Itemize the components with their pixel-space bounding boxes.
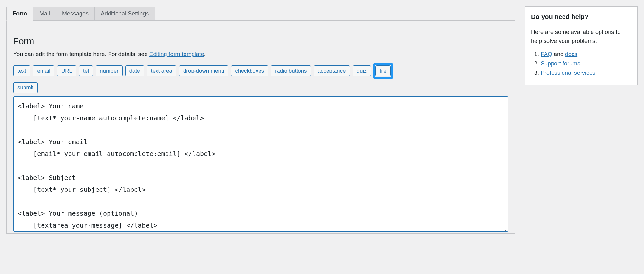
tag-number-button[interactable]: number [96, 65, 123, 76]
form-template-textarea[interactable] [13, 96, 508, 232]
tag-text-button[interactable]: text [13, 65, 30, 76]
tab-additional-settings[interactable]: Additional Settings [95, 7, 155, 21]
support-forums-link[interactable]: Support forums [541, 60, 580, 67]
help-item-faq-docs: FAQ and docs [541, 51, 631, 58]
tag-url-button[interactable]: URL [57, 65, 76, 76]
help-list: FAQ and docs Support forums Professional… [531, 51, 631, 76]
help-intro: Here are some available options to help … [531, 28, 631, 46]
help-and: and [552, 51, 565, 57]
intro-text-after: . [204, 51, 206, 57]
tag-date-button[interactable]: date [125, 65, 144, 76]
help-title: Do you need help? [531, 13, 631, 21]
help-item-forums: Support forums [541, 60, 631, 67]
tag-acceptance-button[interactable]: acceptance [314, 65, 350, 76]
docs-link[interactable]: docs [565, 51, 577, 57]
tag-file-button[interactable]: file [375, 65, 391, 76]
panel-heading: Form [13, 36, 508, 46]
intro-text-before: You can edit the form template here. For… [13, 51, 149, 57]
panel-intro: You can edit the form template here. For… [13, 51, 508, 58]
tab-form[interactable]: Form [6, 7, 33, 21]
faq-link[interactable]: FAQ [541, 51, 552, 57]
tag-submit-button[interactable]: submit [13, 82, 38, 93]
tag-buttons-row-2: submit [13, 82, 508, 93]
tag-email-button[interactable]: email [33, 65, 54, 76]
tab-messages[interactable]: Messages [56, 7, 95, 21]
editing-form-template-link[interactable]: Editing form template [149, 51, 204, 57]
tab-mail[interactable]: Mail [33, 7, 56, 21]
tag-checkboxes-button[interactable]: checkboxes [231, 65, 268, 76]
tag-radio-button[interactable]: radio buttons [271, 65, 311, 76]
tag-textarea-button[interactable]: text area [147, 65, 176, 76]
tag-buttons-row: text email URL tel number date text area… [13, 63, 508, 79]
professional-services-link[interactable]: Professional services [541, 70, 595, 76]
help-item-pro: Professional services [541, 70, 631, 76]
file-button-highlight: file [373, 63, 393, 79]
tabs: Form Mail Messages Additional Settings [6, 6, 515, 20]
help-box: Do you need help? Here are some availabl… [525, 6, 638, 85]
tag-tel-button[interactable]: tel [79, 65, 93, 76]
form-panel: Form You can edit the form template here… [6, 20, 515, 234]
tag-quiz-button[interactable]: quiz [353, 65, 371, 76]
tag-dropdown-button[interactable]: drop-down menu [179, 65, 229, 76]
